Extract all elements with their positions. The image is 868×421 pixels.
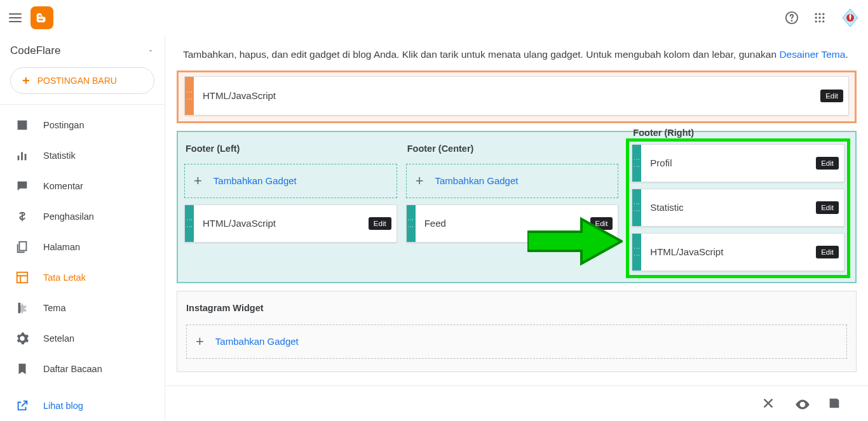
nav-label: Tema: [43, 303, 65, 313]
nav-label: Halaman: [43, 242, 80, 252]
sidebar-nav: Postingan Statistik Komentar Penghasilan…: [0, 105, 165, 384]
plus-icon: +: [196, 333, 204, 350]
comment-icon: [15, 179, 29, 193]
svg-point-2: [815, 13, 817, 15]
drag-handle-icon[interactable]: ⋮⋮: [632, 145, 641, 182]
apps-icon[interactable]: [812, 10, 827, 25]
svg-rect-13: [18, 156, 20, 160]
gadget-footer-right-2[interactable]: ⋮⋮ HTML/JavaScript Edit: [632, 233, 844, 271]
save-icon[interactable]: [827, 396, 843, 411]
add-gadget-label: Tambahkan Gadget: [214, 175, 297, 186]
stats-icon: [15, 149, 29, 163]
help-icon[interactable]: [784, 10, 799, 25]
close-icon[interactable]: [761, 396, 776, 411]
edit-button[interactable]: Edit: [369, 217, 391, 230]
svg-rect-15: [25, 154, 27, 160]
sidebar-item-penghasilan[interactable]: Penghasilan: [0, 201, 165, 232]
drag-handle-icon[interactable]: ⋮⋮: [632, 234, 641, 271]
menu-icon[interactable]: [8, 10, 23, 25]
nav-label: Statistik: [43, 150, 76, 161]
main-content: Tambahkan, hapus, dan edit gadget di blo…: [165, 36, 868, 421]
theme-designer-link[interactable]: Desainer Tema: [779, 49, 845, 60]
nav-label: Komentar: [43, 181, 83, 191]
app-bar: [0, 0, 868, 36]
gadget-label: HTML/JavaScript: [194, 218, 369, 229]
sidebar-item-statistik[interactable]: Statistik: [0, 140, 165, 171]
footer-center-title: Footer (Center): [406, 144, 619, 154]
svg-rect-16: [19, 242, 26, 251]
svg-point-8: [815, 20, 817, 22]
nav-label: Daftar Bacaan: [43, 364, 102, 374]
sidebar-item-tata-letak[interactable]: Tata Letak: [0, 262, 165, 293]
blogger-logo[interactable]: [31, 6, 53, 29]
gadget-html-js-top[interactable]: ⋮⋮ HTML/JavaScript Edit: [184, 76, 849, 116]
drag-handle-icon[interactable]: ⋮⋮: [632, 189, 641, 226]
nav-label: Postingan: [43, 120, 85, 130]
new-post-button[interactable]: + POSTINGAN BARU: [10, 67, 154, 94]
add-gadget-label: Tambahkan Gadget: [435, 175, 519, 186]
svg-point-6: [818, 17, 820, 18]
blog-selector[interactable]: CodeFlare: [0, 36, 165, 62]
edit-button[interactable]: Edit: [816, 246, 839, 258]
instagram-section: Instagram Widget + Tambahkan Gadget: [177, 291, 857, 372]
edit-button[interactable]: Edit: [816, 201, 839, 214]
post-icon: [15, 118, 29, 132]
bottom-toolbar: [165, 385, 868, 421]
gear-icon: [15, 331, 29, 345]
gadget-label: HTML/JavaScript: [194, 90, 820, 101]
theme-icon: [15, 301, 29, 315]
plus-icon: +: [22, 74, 30, 87]
new-post-label: POSTINGAN BARU: [37, 76, 117, 86]
svg-rect-18: [18, 303, 21, 314]
sidebar-item-tema[interactable]: Tema: [0, 293, 165, 323]
drag-handle-icon[interactable]: ⋮⋮: [185, 205, 194, 242]
edit-button[interactable]: Edit: [816, 157, 839, 170]
plus-icon: +: [416, 173, 424, 189]
chevron-down-icon: [147, 47, 154, 55]
gadget-footer-right-0[interactable]: ⋮⋮ Profil Edit: [632, 144, 844, 182]
user-avatar[interactable]: [840, 8, 860, 28]
nav-label: Tata Letak: [43, 272, 86, 283]
gadget-label: Statistic: [641, 202, 816, 213]
nav-label: Setelan: [43, 333, 74, 344]
footer-left-title: Footer (Left): [184, 144, 397, 154]
drag-handle-icon[interactable]: ⋮⋮: [407, 205, 416, 242]
sidebar-item-setelan[interactable]: Setelan: [0, 323, 165, 354]
sidebar-item-halaman[interactable]: Halaman: [0, 232, 165, 262]
svg-point-1: [792, 20, 792, 21]
layout-description: Tambahkan, hapus, dan edit gadget di blo…: [165, 36, 868, 70]
gadget-footer-right-1[interactable]: ⋮⋮ Statistic Edit: [632, 189, 844, 227]
edit-button[interactable]: Edit: [820, 90, 843, 102]
svg-point-9: [818, 20, 820, 22]
add-gadget-label: Tambahkan Gadget: [215, 336, 299, 347]
svg-point-7: [822, 17, 824, 18]
svg-point-5: [815, 17, 817, 18]
plus-icon: +: [194, 173, 202, 189]
bookmark-icon: [15, 362, 29, 376]
annotation-arrow-icon: [527, 216, 623, 269]
drag-handle-icon[interactable]: ⋮⋮: [185, 77, 194, 115]
layout-icon: [15, 271, 29, 284]
add-gadget-button[interactable]: + Tambahkan Gadget: [184, 164, 397, 198]
footer-col-left: Footer (Left) + Tambahkan Gadget ⋮⋮ HTML…: [184, 144, 397, 273]
sidebar-item-postingan[interactable]: Postingan: [0, 110, 165, 140]
nav-label: Penghasilan: [43, 211, 94, 222]
gadget-footer-left-0[interactable]: ⋮⋮ HTML/JavaScript Edit: [184, 204, 397, 243]
preview-icon[interactable]: [794, 396, 810, 411]
layout-canvas[interactable]: ⋮⋮ HTML/JavaScript Edit Footer (Left) + …: [165, 70, 868, 421]
gadget-label: Profil: [641, 157, 816, 168]
gadget-label: HTML/JavaScript: [641, 246, 816, 257]
sidebar: CodeFlare + POSTINGAN BARU Postingan Sta…: [0, 36, 165, 421]
dollar-icon: [15, 210, 29, 224]
add-gadget-button[interactable]: + Tambahkan Gadget: [406, 164, 619, 198]
sidebar-item-daftar-bacaan[interactable]: Daftar Bacaan: [0, 354, 165, 384]
svg-point-3: [818, 13, 820, 15]
sidebar-item-komentar[interactable]: Komentar: [0, 171, 165, 201]
open-external-icon: [15, 399, 29, 413]
section-highlighted: ⋮⋮ HTML/JavaScript Edit: [177, 70, 857, 123]
blog-name: CodeFlare: [10, 44, 60, 57]
add-gadget-button[interactable]: + Tambahkan Gadget: [186, 324, 847, 359]
view-blog-link[interactable]: Lihat blog: [0, 391, 165, 421]
footer-col-right-highlighted: Footer (Right) ⋮⋮ Profil Edit ⋮⋮ Statist…: [626, 138, 850, 278]
footer-right-title: Footer (Right): [632, 128, 844, 138]
